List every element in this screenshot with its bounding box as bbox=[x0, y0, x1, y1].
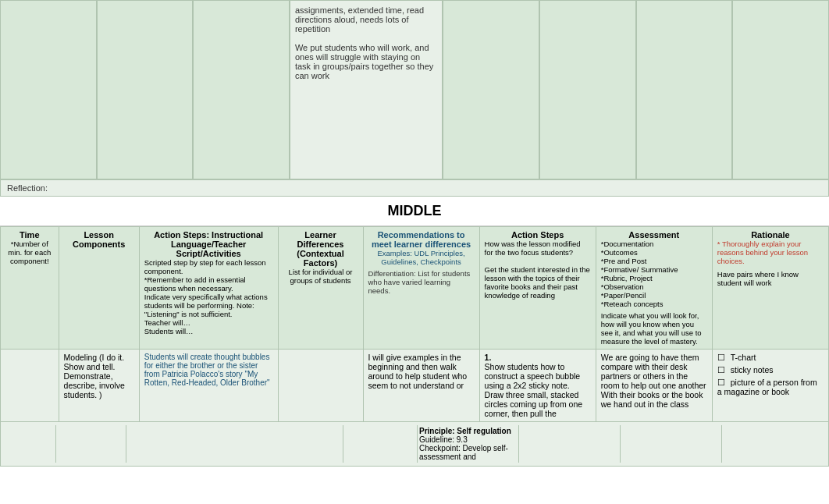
header-time: Time *Number of min. for each component! bbox=[1, 227, 59, 350]
top-content-1: assignments, extended time, read directi… bbox=[290, 0, 443, 179]
check-icon-1: ☐ bbox=[717, 353, 725, 362]
header-lesson: Lesson Components bbox=[59, 227, 139, 350]
middle-title: MIDDLE bbox=[0, 197, 829, 226]
header-rationale: Rationale * Thoroughly explain your reas… bbox=[712, 227, 828, 350]
reflection-bar: Reflection: bbox=[0, 179, 829, 197]
reflection-label: Reflection: bbox=[7, 183, 48, 193]
cell-time bbox=[1, 350, 59, 422]
bottom-row: Principle: Self regulation Guideline: 9.… bbox=[1, 422, 829, 467]
top-text-1: assignments, extended time, read directi… bbox=[295, 5, 437, 34]
cell-recommend-row1: I will give examples in the beginning an… bbox=[363, 350, 479, 422]
cell-assess-row1: We are going to have them compare with t… bbox=[596, 350, 712, 422]
cell-learner-row1 bbox=[278, 350, 363, 422]
header-learner: Learner Differences (Contextual Factors)… bbox=[278, 227, 363, 350]
header-action: Action Steps: Instructional Language/Tea… bbox=[139, 227, 278, 350]
cell-action-script: Students will create thought bubbles for… bbox=[139, 350, 278, 422]
check-icon-2: ☐ bbox=[717, 365, 725, 374]
cell-lesson: Modeling (I do it. Show and tell. Demons… bbox=[59, 350, 139, 422]
top-text-2: We put students who will work, and ones … bbox=[295, 43, 437, 80]
header-recommend: Recommendations to meet learner differen… bbox=[363, 227, 479, 350]
header-action-steps: Action Steps How was the lesson modified… bbox=[479, 227, 596, 350]
cell-action2-row1: 1. Show students how to construct a spee… bbox=[479, 350, 596, 422]
header-assess: Assessment *Documentation *Outcomes *Pre… bbox=[596, 227, 712, 350]
check-icon-3: ☐ bbox=[717, 378, 725, 387]
cell-rationale-row1: ☐ T-chart ☐ sticky notes ☐ picture of a … bbox=[712, 350, 828, 422]
